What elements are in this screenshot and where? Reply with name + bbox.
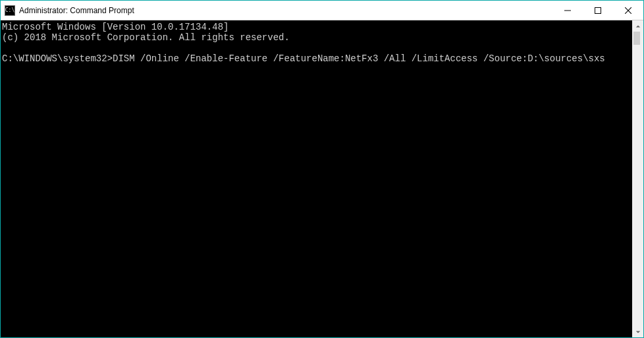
command-prompt-icon-text: C:\ — [5, 8, 14, 13]
command-prompt-window: C:\ Administrator: Command Prompt Micros… — [0, 0, 644, 338]
banner-line-2: (c) 2018 Microsoft Corporation. All righ… — [2, 32, 290, 43]
titlebar[interactable]: C:\ Administrator: Command Prompt — [1, 1, 643, 20]
scroll-thumb[interactable] — [633, 32, 640, 45]
command-text: DISM /Online /Enable-Feature /FeatureNam… — [113, 53, 605, 64]
scroll-track[interactable] — [632, 32, 643, 326]
window-title: Administrator: Command Prompt — [19, 6, 134, 15]
vertical-scrollbar[interactable] — [632, 20, 643, 337]
close-icon — [625, 7, 631, 14]
minimize-button[interactable] — [552, 1, 583, 20]
terminal-output[interactable]: Microsoft Windows [Version 10.0.17134.48… — [1, 20, 632, 337]
chevron-down-icon — [635, 329, 641, 335]
svg-rect-1 — [595, 7, 601, 13]
chevron-up-icon — [635, 24, 641, 29]
maximize-icon — [595, 7, 601, 14]
prompt-path: C:\WINDOWS\system32> — [2, 53, 113, 64]
minimize-icon — [564, 7, 571, 14]
window-controls — [552, 1, 643, 20]
close-button[interactable] — [613, 1, 643, 20]
banner-line-1: Microsoft Windows [Version 10.0.17134.48… — [2, 22, 228, 32]
command-prompt-icon: C:\ — [5, 5, 15, 16]
maximize-button[interactable] — [583, 1, 613, 20]
scroll-down-button[interactable] — [632, 326, 643, 337]
titlebar-left: C:\ Administrator: Command Prompt — [5, 5, 134, 16]
scroll-up-button[interactable] — [632, 20, 643, 32]
client-area: Microsoft Windows [Version 10.0.17134.48… — [1, 20, 643, 337]
svg-rect-0 — [564, 10, 571, 11]
